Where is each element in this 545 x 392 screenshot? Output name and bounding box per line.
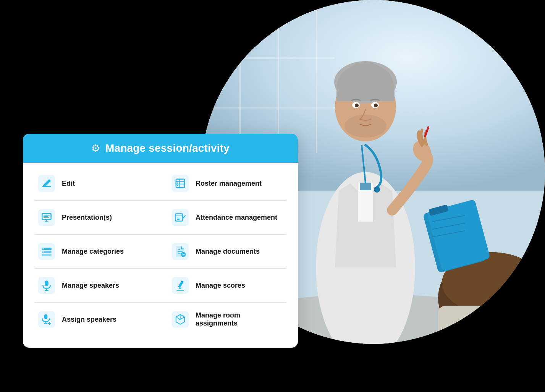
card-title: Manage session/activity: [105, 142, 230, 154]
svg-point-59: [177, 185, 178, 186]
documents-label: Manage documents: [196, 248, 260, 256]
svg-rect-5: [438, 306, 545, 344]
svg-rect-32: [201, 107, 335, 109]
menu-item-edit[interactable]: Edit: [34, 167, 160, 201]
edit-label: Edit: [62, 180, 75, 188]
scores-label: Manage scores: [196, 282, 245, 290]
microphone-icon: [38, 277, 55, 294]
left-menu-col: Edit Presentation(: [34, 167, 160, 336]
menu-item-assign-speakers[interactable]: Assign speakers: [34, 303, 160, 336]
svg-rect-12: [360, 183, 371, 190]
attendance-icon: [172, 209, 189, 226]
svg-rect-37: [44, 216, 48, 217]
manage-categories-label: Manage categories: [62, 248, 124, 256]
assign-speakers-label: Assign speakers: [62, 316, 116, 324]
card-body: Edit Presentation(: [23, 163, 298, 348]
menu-item-scores[interactable]: Manage scores: [160, 269, 286, 303]
gear-icon: ⚙: [91, 143, 100, 154]
categories-icon: [38, 243, 55, 260]
svg-rect-28: [239, 0, 241, 153]
svg-rect-44: [42, 248, 44, 249]
svg-rect-38: [44, 217, 49, 218]
svg-point-76: [180, 319, 181, 321]
svg-rect-36: [44, 215, 50, 216]
presentations-label: Presentation(s): [62, 214, 112, 222]
edit-icon: [38, 175, 55, 192]
attendance-label: Attendance management: [196, 214, 277, 222]
room-icon: [172, 311, 189, 328]
menu-item-documents[interactable]: Manage documents: [160, 235, 286, 269]
right-menu-col: Roster management Attendance management: [160, 167, 286, 336]
svg-rect-43: [42, 254, 52, 256]
svg-rect-49: [44, 314, 48, 319]
roster-icon: [172, 175, 189, 192]
svg-rect-30: [316, 0, 317, 153]
svg-rect-46: [45, 280, 49, 286]
presentation-icon: [38, 209, 55, 226]
svg-rect-60: [175, 214, 183, 221]
menu-item-attendance[interactable]: Attendance management: [160, 201, 286, 235]
menu-item-presentations[interactable]: Presentation(s): [34, 201, 160, 235]
svg-point-10: [374, 186, 380, 193]
scene: ⚙ Manage session/activity Edit: [0, 0, 545, 392]
svg-rect-29: [278, 0, 279, 153]
svg-point-20: [355, 104, 359, 107]
card-header: ⚙ Manage session/activity: [23, 134, 298, 163]
svg-point-17: [344, 115, 387, 138]
menu-item-roster[interactable]: Roster management: [160, 167, 286, 201]
documents-icon: [172, 243, 189, 260]
menu-item-room-assignments[interactable]: Manage room assignments: [160, 303, 286, 336]
manage-speakers-label: Manage speakers: [62, 282, 119, 290]
menu-item-manage-categories[interactable]: Manage categories: [34, 235, 160, 269]
svg-rect-31: [201, 57, 335, 59]
svg-point-21: [374, 104, 378, 107]
roster-label: Roster management: [196, 180, 262, 188]
microphone-plus-icon: [38, 311, 55, 328]
menu-item-manage-speakers[interactable]: Manage speakers: [34, 269, 160, 303]
manage-session-card: ⚙ Manage session/activity Edit: [23, 134, 298, 348]
scores-icon: [172, 277, 189, 294]
room-assignments-label: Manage room assignments: [196, 311, 279, 327]
svg-point-58: [177, 183, 178, 184]
